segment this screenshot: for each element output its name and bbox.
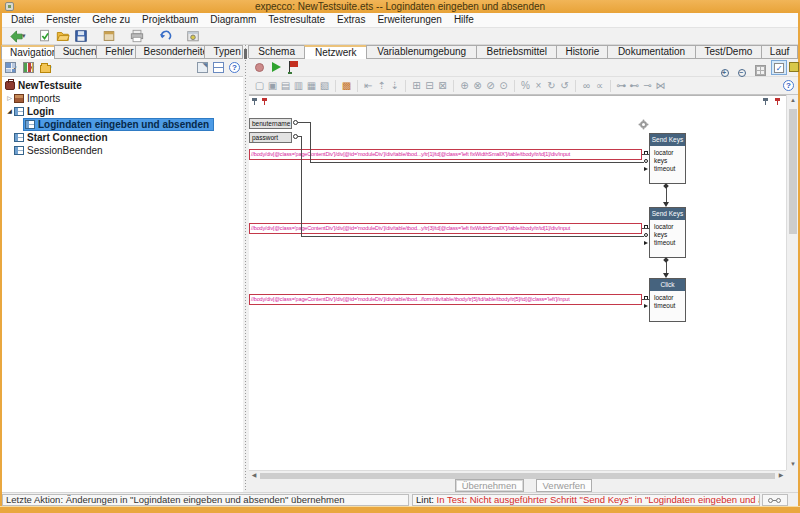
menu-diagramm[interactable]: Diagramm (205, 13, 261, 27)
title-bar[interactable]: expecco: NewTestsuite.ets -- Logindaten … (0, 0, 800, 13)
vertical-scrollbar[interactable]: ▲ ▼ (786, 95, 798, 470)
print-icon[interactable] (128, 29, 146, 44)
reset-layout-icon[interactable]: ↺ (558, 78, 571, 94)
pin-keys[interactable]: keys (650, 231, 685, 239)
discard-button[interactable]: Verwerfen (536, 479, 593, 492)
hide-pins-icon[interactable]: ⊘ (484, 78, 497, 94)
pin-gray-icon[interactable] (252, 98, 257, 105)
menu-projektbaum[interactable]: Projektbaum (137, 13, 203, 27)
save-diagram-icon[interactable]: ▢ (253, 78, 266, 94)
pin-keys[interactable]: keys (650, 157, 685, 165)
align-top-icon[interactable]: ⇡ (375, 78, 388, 94)
note-icon[interactable] (789, 62, 799, 72)
scroll-down-icon[interactable]: ▼ (787, 460, 799, 469)
play-icon[interactable] (272, 62, 281, 72)
locator-node-3[interactable]: //body/div[@class='pageContentDiv']/div[… (249, 294, 642, 305)
network-canvas[interactable]: benutername passwort //body/div[@class='… (249, 95, 786, 470)
pin-mode-1-icon[interactable]: ⊶ (615, 78, 628, 94)
tree-item-sessionbeenden[interactable]: SessionBeenden (2, 144, 243, 157)
menu-testresultate[interactable]: Testresultate (263, 13, 330, 27)
pin-locator[interactable]: locator (650, 294, 685, 302)
step-block-send-keys-1[interactable]: Send Keys locator keys timeout (649, 133, 686, 184)
menu-datei[interactable]: Datei (6, 13, 39, 27)
align-left-icon[interactable]: ⇤ (362, 78, 375, 94)
locator-node-2[interactable]: //body/div[@class='pageContentDiv']/div[… (249, 223, 642, 234)
tab-lauf[interactable]: Lauf (761, 45, 798, 58)
pin-mode-3-icon[interactable]: ⊸ (641, 78, 654, 94)
splitter-handle[interactable] (244, 49, 247, 59)
connect-pins-icon[interactable]: ⊕ (458, 78, 471, 94)
pin-timeout[interactable]: timeout (650, 239, 685, 247)
delete-icon[interactable]: × (532, 78, 545, 94)
lint-icon-field[interactable] (762, 494, 788, 506)
input-node-passwort[interactable]: passwort (249, 132, 292, 143)
tab-typen[interactable]: Typen (204, 45, 243, 58)
input-node-benutername[interactable]: benutername (249, 118, 292, 129)
locator-node-1[interactable]: //body/div[@class='pageContentDiv']/div[… (249, 149, 642, 160)
tree-item-imports[interactable]: ▷ Imports (2, 92, 243, 105)
pin-red-icon[interactable] (775, 98, 780, 105)
pin-gray-icon[interactable] (763, 98, 768, 105)
tab-variablenumgebung[interactable]: Variablenumgebung (366, 45, 477, 58)
redo-layout-icon[interactable]: ↻ (545, 78, 558, 94)
new-window-icon[interactable] (100, 29, 118, 44)
folder-view-icon[interactable] (40, 65, 51, 73)
image-icon[interactable]: ▩ (340, 78, 353, 94)
step-block-send-keys-2[interactable]: Send Keys locator keys timeout (649, 207, 686, 258)
print-diagram-icon[interactable]: ▧ (318, 78, 331, 94)
scroll-up-icon[interactable]: ▲ (787, 96, 799, 105)
tab-test-demo[interactable]: Test/Demo (695, 45, 762, 58)
help-icon[interactable]: ? (783, 80, 794, 91)
step-block-click[interactable]: Click locator timeout (649, 278, 686, 322)
apply-button[interactable]: Übernehmen (455, 479, 524, 492)
snap-checkbox-icon[interactable]: ✓ (771, 60, 787, 75)
debug-flag-icon[interactable] (289, 61, 290, 73)
help-icon[interactable]: ? (229, 62, 240, 73)
pin-timeout[interactable]: timeout (650, 165, 685, 173)
record-icon[interactable] (255, 63, 264, 72)
horizontal-scrollbar[interactable]: ◀ ▶ (249, 470, 786, 479)
tree-item-newtestsuite[interactable]: NewTestsuite (2, 79, 243, 92)
show-pins-icon[interactable]: ⊙ (497, 78, 510, 94)
remove-step-icon[interactable]: ⊟ (423, 78, 436, 94)
straight-lines-icon[interactable]: ∞ (580, 78, 593, 94)
save-layout-icon[interactable] (213, 62, 224, 73)
copy-diagram-icon[interactable]: ▤ (279, 78, 292, 94)
menu-gehe-zu[interactable]: Gehe zu (87, 13, 135, 27)
save-selection-icon[interactable]: ▣ (266, 78, 279, 94)
pin-timeout[interactable]: timeout (650, 302, 685, 310)
menu-hilfe[interactable]: Hilfe (449, 13, 479, 27)
tab-besonderheiten[interactable]: Besonderheiten (135, 45, 206, 58)
disconnect-pins-icon[interactable]: ⊗ (471, 78, 484, 94)
detach-window-icon[interactable] (197, 62, 208, 73)
pin-mode-2-icon[interactable]: ⊷ (628, 78, 641, 94)
pin-mode-4-icon[interactable]: ⋈ (654, 78, 667, 94)
vertical-scroll-thumb[interactable] (789, 109, 797, 234)
tools-icon[interactable] (184, 29, 202, 44)
tab-historie[interactable]: Historie (556, 45, 608, 58)
open-icon[interactable] (54, 29, 72, 44)
tab-navigation[interactable]: Navigation (1, 45, 55, 59)
curved-lines-icon[interactable]: ∝ (593, 78, 606, 94)
align-bottom-icon[interactable]: ⇣ (388, 78, 401, 94)
tab-dokumentation[interactable]: Dokumentation (607, 45, 695, 58)
tab-schema[interactable]: Schema (248, 45, 305, 58)
snapshot-icon[interactable]: ▦ (305, 78, 318, 94)
view-mode-icon[interactable] (5, 62, 16, 73)
paste-diagram-icon[interactable]: ▥ (292, 78, 305, 94)
pin-locator[interactable]: locator (650, 223, 685, 231)
save-icon[interactable] (72, 29, 90, 44)
undo-icon[interactable] (156, 29, 174, 44)
tab-netzwerk[interactable]: Netzwerk (304, 45, 367, 59)
category-view-icon[interactable] (23, 62, 34, 73)
tree-item-start-connection[interactable]: Start Connection (2, 131, 243, 144)
tab-betriebsmittel[interactable]: Betriebsmittel (476, 45, 557, 58)
gear-icon[interactable] (640, 121, 647, 128)
back-dropdown-icon[interactable]: ▾ (22, 32, 26, 40)
expanded-expander-icon[interactable]: ◢ (5, 105, 14, 118)
menu-extras[interactable]: Extras (332, 13, 370, 27)
tab-fehler[interactable]: Fehler (96, 45, 135, 58)
pin-locator[interactable]: locator (650, 149, 685, 157)
scale-icon[interactable]: % (519, 78, 532, 94)
tree-item-logindaten[interactable]: Logindaten eingeben und absenden (2, 118, 243, 131)
